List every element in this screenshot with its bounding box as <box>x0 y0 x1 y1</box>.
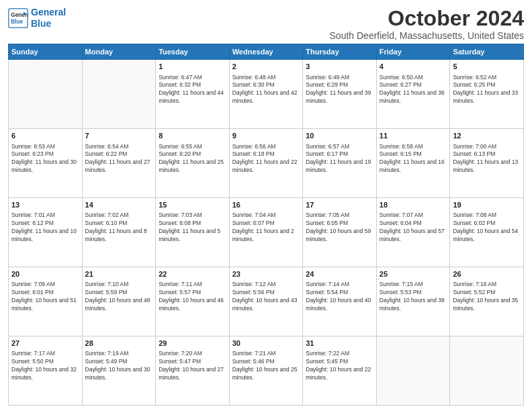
calendar-cell: 6Sunrise: 6:53 AMSunset: 6:23 PMDaylight… <box>9 129 83 198</box>
day-detail: Sunrise: 7:10 AMSunset: 5:59 PMDaylight:… <box>85 281 153 313</box>
day-detail: Sunrise: 7:16 AMSunset: 5:52 PMDaylight:… <box>453 281 521 313</box>
day-number: 24 <box>306 269 373 279</box>
day-detail: Sunrise: 7:02 AMSunset: 6:10 PMDaylight:… <box>85 212 153 244</box>
day-number: 19 <box>453 200 521 210</box>
calendar-cell: 5Sunrise: 6:52 AMSunset: 6:25 PMDaylight… <box>450 60 524 129</box>
logo-icon: General Blue <box>8 8 28 28</box>
calendar-header-monday: Monday <box>82 44 156 60</box>
day-detail: Sunrise: 6:48 AMSunset: 6:30 PMDaylight:… <box>232 74 300 106</box>
calendar-cell <box>450 336 524 406</box>
calendar-header-wednesday: Wednesday <box>229 44 303 60</box>
calendar-cell: 25Sunrise: 7:15 AMSunset: 5:53 PMDayligh… <box>376 267 450 336</box>
calendar-header-friday: Friday <box>376 44 450 60</box>
day-detail: Sunrise: 7:05 AMSunset: 6:05 PMDaylight:… <box>306 212 373 244</box>
calendar-cell: 29Sunrise: 7:20 AMSunset: 5:47 PMDayligh… <box>156 336 230 406</box>
day-detail: Sunrise: 6:58 AMSunset: 6:15 PMDaylight:… <box>380 143 447 175</box>
day-number: 14 <box>85 200 153 210</box>
calendar-cell: 8Sunrise: 6:55 AMSunset: 6:20 PMDaylight… <box>156 129 230 198</box>
day-detail: Sunrise: 7:04 AMSunset: 6:07 PMDaylight:… <box>232 212 300 244</box>
calendar-cell: 26Sunrise: 7:16 AMSunset: 5:52 PMDayligh… <box>450 267 524 336</box>
day-number: 11 <box>380 131 447 141</box>
day-detail: Sunrise: 7:03 AMSunset: 6:08 PMDaylight:… <box>159 212 226 244</box>
calendar-table: SundayMondayTuesdayWednesdayThursdayFrid… <box>8 44 524 406</box>
day-number: 28 <box>85 338 153 349</box>
day-number: 13 <box>11 200 79 210</box>
svg-text:Blue: Blue <box>11 18 23 25</box>
calendar-cell: 11Sunrise: 6:58 AMSunset: 6:15 PMDayligh… <box>376 129 450 198</box>
day-number: 2 <box>232 62 300 72</box>
day-number: 6 <box>11 131 79 141</box>
calendar-cell: 20Sunrise: 7:09 AMSunset: 6:01 PMDayligh… <box>9 267 83 336</box>
day-detail: Sunrise: 7:08 AMSunset: 6:02 PMDaylight:… <box>453 212 521 244</box>
calendar-cell: 15Sunrise: 7:03 AMSunset: 6:08 PMDayligh… <box>156 198 230 267</box>
calendar-cell: 7Sunrise: 6:54 AMSunset: 6:22 PMDaylight… <box>82 129 156 198</box>
title-block: October 2024 South Deerfield, Massachuse… <box>330 7 524 41</box>
day-detail: Sunrise: 7:09 AMSunset: 6:01 PMDaylight:… <box>11 281 79 313</box>
calendar-cell: 4Sunrise: 6:50 AMSunset: 6:27 PMDaylight… <box>376 60 450 129</box>
calendar-header-thursday: Thursday <box>303 44 377 60</box>
calendar-header-row: SundayMondayTuesdayWednesdayThursdayFrid… <box>9 44 524 60</box>
location: South Deerfield, Massachusetts, United S… <box>330 30 524 41</box>
week-row-3: 13Sunrise: 7:01 AMSunset: 6:12 PMDayligh… <box>9 198 524 267</box>
calendar-cell: 13Sunrise: 7:01 AMSunset: 6:12 PMDayligh… <box>9 198 83 267</box>
calendar-cell: 3Sunrise: 6:49 AMSunset: 6:29 PMDaylight… <box>303 60 377 129</box>
calendar-cell: 10Sunrise: 6:57 AMSunset: 6:17 PMDayligh… <box>303 129 377 198</box>
day-detail: Sunrise: 7:17 AMSunset: 5:50 PMDaylight:… <box>11 350 79 382</box>
day-detail: Sunrise: 6:57 AMSunset: 6:17 PMDaylight:… <box>306 143 373 175</box>
svg-text:General: General <box>11 11 28 18</box>
day-number: 17 <box>306 200 373 210</box>
calendar-cell: 27Sunrise: 7:17 AMSunset: 5:50 PMDayligh… <box>9 336 83 406</box>
calendar-page: General Blue General Blue October 2024 S… <box>0 0 532 411</box>
week-row-5: 27Sunrise: 7:17 AMSunset: 5:50 PMDayligh… <box>9 336 524 406</box>
day-number: 20 <box>11 269 79 279</box>
day-number: 30 <box>232 338 300 349</box>
calendar-cell: 14Sunrise: 7:02 AMSunset: 6:10 PMDayligh… <box>82 198 156 267</box>
day-detail: Sunrise: 7:21 AMSunset: 5:46 PMDaylight:… <box>232 350 300 382</box>
calendar-cell: 31Sunrise: 7:22 AMSunset: 5:45 PMDayligh… <box>303 336 377 406</box>
header: General Blue General Blue October 2024 S… <box>8 7 524 41</box>
calendar-cell: 30Sunrise: 7:21 AMSunset: 5:46 PMDayligh… <box>229 336 303 406</box>
logo-text: General Blue <box>31 7 66 30</box>
calendar-cell: 12Sunrise: 7:00 AMSunset: 6:13 PMDayligh… <box>450 129 524 198</box>
day-detail: Sunrise: 6:55 AMSunset: 6:20 PMDaylight:… <box>159 143 226 175</box>
day-number: 5 <box>453 62 521 72</box>
day-number: 26 <box>453 269 521 279</box>
day-detail: Sunrise: 6:50 AMSunset: 6:27 PMDaylight:… <box>380 74 447 106</box>
day-detail: Sunrise: 7:12 AMSunset: 5:56 PMDaylight:… <box>232 281 300 313</box>
day-number: 3 <box>306 62 373 72</box>
day-detail: Sunrise: 6:47 AMSunset: 6:32 PMDaylight:… <box>159 74 226 106</box>
calendar-cell: 18Sunrise: 7:07 AMSunset: 6:04 PMDayligh… <box>376 198 450 267</box>
calendar-header-tuesday: Tuesday <box>156 44 230 60</box>
month-title: October 2024 <box>330 7 524 30</box>
calendar-header-saturday: Saturday <box>450 44 524 60</box>
calendar-cell: 23Sunrise: 7:12 AMSunset: 5:56 PMDayligh… <box>229 267 303 336</box>
calendar-cell <box>9 60 83 129</box>
week-row-2: 6Sunrise: 6:53 AMSunset: 6:23 PMDaylight… <box>9 129 524 198</box>
day-detail: Sunrise: 7:20 AMSunset: 5:47 PMDaylight:… <box>159 350 226 382</box>
calendar-cell: 28Sunrise: 7:19 AMSunset: 5:49 PMDayligh… <box>82 336 156 406</box>
calendar-cell: 19Sunrise: 7:08 AMSunset: 6:02 PMDayligh… <box>450 198 524 267</box>
day-number: 9 <box>232 131 300 141</box>
day-detail: Sunrise: 7:00 AMSunset: 6:13 PMDaylight:… <box>453 143 521 175</box>
day-detail: Sunrise: 6:56 AMSunset: 6:18 PMDaylight:… <box>232 143 300 175</box>
day-detail: Sunrise: 7:19 AMSunset: 5:49 PMDaylight:… <box>85 350 153 382</box>
logo-line1: General <box>31 7 66 17</box>
day-number: 25 <box>380 269 447 279</box>
calendar-cell: 21Sunrise: 7:10 AMSunset: 5:59 PMDayligh… <box>82 267 156 336</box>
day-number: 31 <box>306 338 373 349</box>
calendar-cell <box>376 336 450 406</box>
day-number: 15 <box>159 200 226 210</box>
day-number: 10 <box>306 131 373 141</box>
day-number: 29 <box>159 338 226 349</box>
day-detail: Sunrise: 7:11 AMSunset: 5:57 PMDaylight:… <box>159 281 226 313</box>
day-number: 4 <box>380 62 447 72</box>
week-row-1: 1Sunrise: 6:47 AMSunset: 6:32 PMDaylight… <box>9 60 524 129</box>
day-number: 22 <box>159 269 226 279</box>
day-detail: Sunrise: 7:14 AMSunset: 5:54 PMDaylight:… <box>306 281 373 313</box>
day-detail: Sunrise: 6:49 AMSunset: 6:29 PMDaylight:… <box>306 74 373 106</box>
calendar-header-sunday: Sunday <box>9 44 83 60</box>
logo-line2: Blue <box>31 18 51 29</box>
day-detail: Sunrise: 7:01 AMSunset: 6:12 PMDaylight:… <box>11 212 79 244</box>
logo: General Blue General Blue <box>8 7 66 30</box>
calendar-cell: 16Sunrise: 7:04 AMSunset: 6:07 PMDayligh… <box>229 198 303 267</box>
